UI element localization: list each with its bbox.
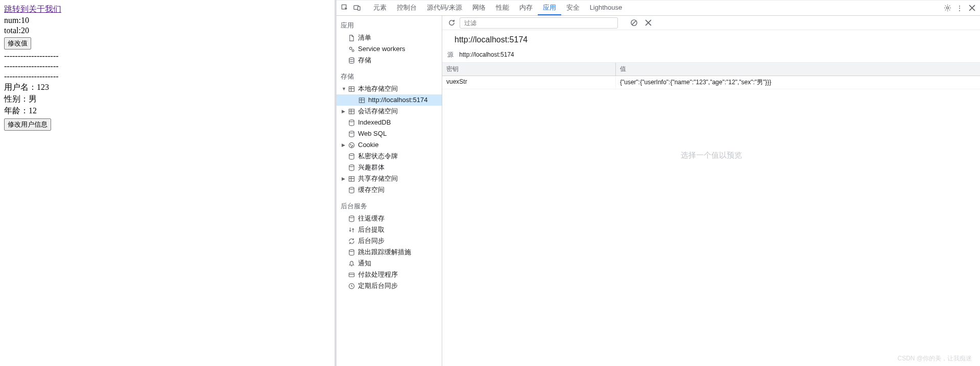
sidebar-item-indexeddb[interactable]: IndexedDB (337, 117, 442, 128)
sidebar-item-bgsync[interactable]: 后台同步 (337, 235, 442, 247)
sidebar-item-label: 后台提取 (358, 225, 385, 234)
sidebar-item-label: 缓存空间 (358, 185, 385, 194)
clock-icon (348, 282, 355, 289)
sidebar-item-cookie[interactable]: Cookie (337, 139, 442, 151)
cookie-icon (348, 141, 355, 149)
expand-arrow-icon[interactable]: ▼ (342, 86, 346, 91)
file-icon (348, 34, 355, 41)
sidebar-item-payment[interactable]: 付款处理程序 (337, 269, 442, 280)
database-icon (348, 57, 355, 64)
sidebar-item-notification[interactable]: 通知 (337, 258, 442, 269)
tab-sources[interactable]: 源代码/来源 (422, 1, 467, 15)
sidebar-item-manifest[interactable]: 清单 (337, 32, 442, 43)
gears-icon (348, 45, 355, 53)
sidebar-item-bgfetch[interactable]: 后台提取 (337, 224, 442, 235)
watermark: CSDN @你的美，让我痴迷 (897, 354, 972, 363)
divider-3: -------------------- (4, 72, 330, 81)
svg-point-6 (349, 57, 353, 59)
more-icon[interactable]: ⋮ (953, 2, 966, 14)
source-value: http://localhost:5174 (459, 51, 514, 58)
device-toggle-icon[interactable] (351, 2, 363, 14)
tab-elements[interactable]: 元素 (368, 1, 392, 15)
about-link[interactable]: 跳转到关于我们 (4, 5, 61, 13)
sidebar-item-label: 私密状态令牌 (358, 152, 398, 161)
tab-application[interactable]: 应用 (538, 1, 561, 15)
sex-label: 性别： (4, 94, 29, 103)
bell-icon (348, 260, 355, 267)
refresh-icon[interactable] (446, 18, 457, 28)
database-icon (348, 153, 355, 160)
swap-icon (348, 226, 355, 233)
group-background-services: 后台服务 (337, 200, 442, 213)
cell-value[interactable]: {"user":{"userInfo":{"name":"123","age":… (616, 76, 980, 89)
clear-all-icon[interactable] (628, 17, 639, 29)
divider-2: -------------------- (4, 62, 330, 71)
col-header-key[interactable]: 密钥 (442, 63, 616, 76)
tab-console[interactable]: 控制台 (392, 1, 422, 15)
svg-point-16 (349, 153, 353, 155)
sidebar-item-shared-storage[interactable]: 共享存储空间 (337, 173, 442, 184)
collapse-arrow-icon[interactable]: ▶ (342, 176, 345, 181)
svg-point-20 (349, 215, 353, 217)
delete-icon[interactable] (642, 17, 654, 29)
change-user-button[interactable]: 修改用户信息 (4, 118, 51, 131)
close-devtools-icon[interactable] (966, 2, 978, 14)
collapse-arrow-icon[interactable]: ▶ (342, 109, 345, 114)
username-label: 用户名： (4, 83, 37, 91)
cell-key[interactable]: vuexStr (442, 76, 616, 89)
sidebar-item-session-storage[interactable]: 会话存储空间 (337, 106, 442, 117)
tab-memory[interactable]: 内存 (514, 1, 538, 15)
num-label: num: (4, 16, 21, 25)
settings-icon[interactable] (941, 2, 953, 14)
sidebar-item-bfcache[interactable]: 往返缓存 (337, 213, 442, 224)
col-header-value[interactable]: 值 (616, 63, 980, 76)
username-line: 用户名：123 (4, 82, 330, 93)
svg-point-4 (349, 47, 352, 50)
sidebar-item-periodic[interactable]: 定期后台同步 (337, 280, 442, 291)
sidebar-item-label: Cookie (358, 140, 378, 150)
svg-point-21 (349, 249, 353, 251)
table-icon (348, 85, 355, 92)
sidebar-item-private-token[interactable]: 私密状态令牌 (337, 151, 442, 162)
sidebar-item-bounce[interactable]: 跳出跟踪缓解措施 (337, 247, 442, 258)
webpage-pane: 跳转到关于我们 num:10 total:20 修改值 ------------… (0, 0, 334, 366)
sidebar-item-label: 存储 (358, 56, 371, 65)
sidebar-item-local-storage[interactable]: 本地存储空间 (337, 83, 442, 94)
svg-point-14 (352, 145, 352, 145)
change-value-button[interactable]: 修改值 (4, 37, 31, 50)
preview-placeholder: 选择一个值以预览 (442, 89, 980, 165)
sidebar-item-interest-group[interactable]: 兴趣群体 (337, 162, 442, 173)
table-row[interactable]: vuexStr {"user":{"userInfo":{"name":"123… (442, 76, 980, 89)
sidebar-item-local-storage-origin[interactable]: http://localhost:5174 (337, 94, 442, 106)
kv-table-body: vuexStr {"user":{"userInfo":{"name":"123… (442, 76, 980, 366)
sidebar-item-label: 跳出跟踪缓解措施 (358, 248, 411, 257)
filter-input[interactable] (460, 17, 618, 29)
tab-security[interactable]: 安全 (561, 1, 585, 15)
tab-network[interactable]: 网络 (467, 1, 491, 15)
tab-lighthouse[interactable]: Lighthouse (585, 1, 628, 15)
sync-icon (348, 237, 355, 245)
sidebar-item-label: 付款处理程序 (358, 270, 398, 279)
sidebar-item-label: http://localhost:5174 (368, 95, 427, 105)
database-icon (348, 164, 355, 171)
svg-rect-18 (349, 176, 354, 181)
tab-performance[interactable]: 性能 (491, 1, 514, 15)
source-row: 源 http://localhost:5174 (442, 48, 980, 63)
sidebar-item-storage[interactable]: 存储 (337, 55, 442, 66)
svg-point-17 (349, 164, 353, 166)
num-value: 10 (21, 16, 29, 25)
source-label: 源 (447, 51, 453, 58)
svg-point-11 (349, 131, 353, 133)
sidebar-item-websql[interactable]: Web SQL (337, 128, 442, 139)
group-application: 应用 (337, 19, 442, 32)
inspect-icon[interactable] (339, 2, 351, 14)
sidebar-item-service-workers[interactable]: Service workers (337, 43, 442, 55)
sidebar-item-cache-storage[interactable]: 缓存空间 (337, 184, 442, 196)
num-line: num:10 (4, 16, 330, 25)
detail-toolbar (442, 16, 980, 30)
age-label: 年龄： (4, 106, 29, 115)
collapse-arrow-icon[interactable]: ▶ (342, 142, 345, 148)
database-icon (348, 249, 355, 256)
total-value: 20 (21, 26, 29, 35)
database-icon (348, 119, 355, 126)
